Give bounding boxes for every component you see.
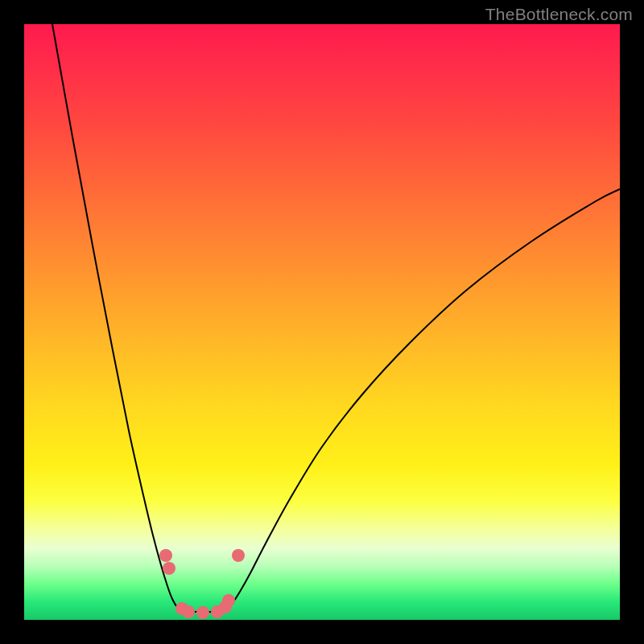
- marker-point: [232, 549, 245, 562]
- marker-point: [159, 549, 172, 562]
- curve-left-curve: [52, 24, 205, 612]
- marker-point: [163, 562, 175, 575]
- outer-frame: TheBottleneck.com: [0, 0, 644, 644]
- marker-point: [222, 594, 235, 607]
- curve-layer: [24, 24, 620, 620]
- watermark-text: TheBottleneck.com: [485, 5, 633, 24]
- marker-point: [182, 605, 195, 618]
- curve-right-curve: [205, 189, 620, 612]
- marker-point: [196, 606, 209, 619]
